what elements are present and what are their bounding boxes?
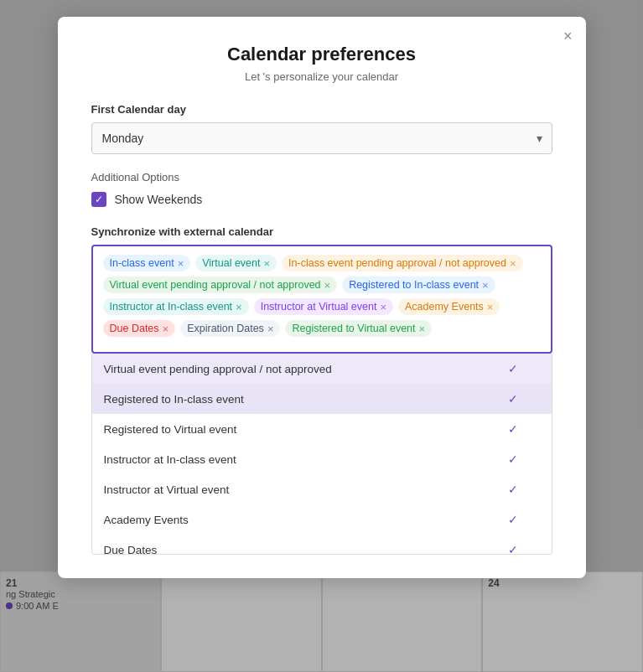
dropdown-item-registered-virtual-label: Registered to Virtual event bbox=[104, 423, 237, 436]
tag-virtual-pending[interactable]: Virtual event pending approval / not app… bbox=[103, 277, 338, 293]
tag-instructor-inclass-label: Instructor at In-class event bbox=[110, 301, 233, 313]
tag-in-class-event-label: In-class event bbox=[110, 257, 174, 269]
tag-due-dates-label: Due Dates bbox=[110, 323, 159, 334]
tag-due-dates-remove[interactable]: × bbox=[163, 323, 169, 334]
tag-registered-inclass[interactable]: Registered to In-class event × bbox=[342, 277, 495, 293]
dropdown-item-due-dates-label: Due Dates bbox=[104, 544, 158, 556]
tag-registered-virtual-remove[interactable]: × bbox=[419, 323, 426, 334]
show-weekends-row[interactable]: ✓ Show Weekends bbox=[91, 192, 552, 207]
sync-tags-container[interactable]: In-class event × Virtual event × In-clas… bbox=[91, 245, 552, 354]
show-weekends-label: Show Weekends bbox=[115, 193, 203, 206]
tag-instructor-virtual-label: Instructor at Virtual event bbox=[261, 301, 377, 313]
sync-label: Synchronize with external calendar bbox=[91, 225, 552, 238]
tag-registered-inclass-label: Registered to In-class event bbox=[349, 279, 479, 291]
tag-registered-virtual[interactable]: Registered to Virtual event × bbox=[285, 320, 432, 337]
tag-registered-virtual-label: Registered to Virtual event bbox=[292, 323, 415, 334]
tag-in-class-event[interactable]: In-class event × bbox=[103, 255, 191, 271]
tag-in-class-pending[interactable]: In-class event pending approval / not ap… bbox=[282, 255, 523, 271]
dropdown-check-academy-events: ✓ bbox=[508, 513, 518, 526]
modal-subtitle: Let 's personalize your calendar bbox=[91, 70, 552, 83]
tag-instructor-inclass[interactable]: Instructor at In-class event × bbox=[103, 298, 249, 315]
dropdown-item-due-dates[interactable]: Due Dates ✓ bbox=[92, 535, 552, 555]
dropdown-check-instructor-virtual: ✓ bbox=[508, 483, 518, 496]
tag-in-class-pending-remove[interactable]: × bbox=[510, 258, 516, 269]
tag-instructor-virtual-remove[interactable]: × bbox=[380, 302, 386, 313]
calendar-preferences-modal: × Calendar preferences Let 's personaliz… bbox=[58, 17, 586, 578]
tag-expiration-dates[interactable]: Expiration Dates × bbox=[180, 320, 280, 337]
dropdown-check-instructor-inclass: ✓ bbox=[508, 452, 518, 466]
dropdown-check-virtual-pending: ✓ bbox=[508, 362, 518, 375]
dropdown-item-instructor-inclass[interactable]: Instructor at In-class event ✓ bbox=[92, 444, 552, 474]
tag-virtual-event-remove[interactable]: × bbox=[263, 258, 270, 269]
modal-title: Calendar preferences bbox=[91, 44, 552, 65]
first-calendar-day-label: First Calendar day bbox=[91, 103, 552, 116]
tag-due-dates[interactable]: Due Dates × bbox=[103, 320, 176, 337]
modal-overlay: × Calendar preferences Let 's personaliz… bbox=[0, 0, 643, 672]
dropdown-item-registered-virtual[interactable]: Registered to Virtual event ✓ bbox=[92, 414, 552, 444]
dropdown-item-registered-inclass[interactable]: Registered to In-class event ✓ bbox=[92, 384, 552, 414]
dropdown-item-academy-events[interactable]: Academy Events ✓ bbox=[92, 504, 552, 535]
dropdown-item-academy-events-label: Academy Events bbox=[104, 514, 189, 526]
dropdown-item-instructor-virtual[interactable]: Instructor at Virtual event ✓ bbox=[92, 474, 552, 504]
show-weekends-checkbox[interactable]: ✓ bbox=[91, 192, 106, 207]
checkmark-icon: ✓ bbox=[95, 194, 103, 204]
close-button[interactable]: × bbox=[563, 28, 573, 44]
tag-instructor-virtual[interactable]: Instructor at Virtual event × bbox=[254, 298, 393, 315]
dropdown-check-registered-inclass: ✓ bbox=[508, 392, 518, 406]
tag-expiration-dates-remove[interactable]: × bbox=[267, 323, 274, 334]
tag-virtual-pending-remove[interactable]: × bbox=[324, 280, 331, 291]
tag-expiration-dates-label: Expiration Dates bbox=[187, 323, 264, 334]
dropdown-item-instructor-inclass-label: Instructor at In-class event bbox=[104, 453, 236, 466]
dropdown-check-due-dates: ✓ bbox=[508, 543, 518, 555]
dropdown-item-registered-inclass-label: Registered to In-class event bbox=[104, 393, 244, 406]
tag-virtual-pending-label: Virtual event pending approval / not app… bbox=[110, 279, 321, 291]
dropdown-check-registered-virtual: ✓ bbox=[508, 422, 518, 436]
tag-instructor-inclass-remove[interactable]: × bbox=[236, 302, 242, 313]
tag-in-class-event-remove[interactable]: × bbox=[178, 258, 184, 269]
dropdown-item-virtual-pending[interactable]: Virtual event pending approval / not app… bbox=[92, 354, 552, 384]
first-calendar-day-select[interactable]: Monday Sunday Tuesday Wednesday Thursday… bbox=[91, 122, 552, 154]
tag-academy-events[interactable]: Academy Events × bbox=[398, 298, 500, 315]
sync-dropdown-list[interactable]: Virtual event pending approval / not app… bbox=[91, 354, 552, 555]
tag-virtual-event[interactable]: Virtual event × bbox=[195, 255, 277, 271]
tag-academy-events-label: Academy Events bbox=[405, 301, 484, 313]
first-calendar-day-wrapper: Monday Sunday Tuesday Wednesday Thursday… bbox=[91, 122, 552, 154]
tag-academy-events-remove[interactable]: × bbox=[487, 302, 494, 313]
dropdown-item-instructor-virtual-label: Instructor at Virtual event bbox=[104, 483, 230, 496]
tag-in-class-pending-label: In-class event pending approval / not ap… bbox=[288, 257, 506, 269]
additional-options-label: Additional Options bbox=[91, 171, 552, 184]
tag-virtual-event-label: Virtual event bbox=[202, 257, 260, 269]
dropdown-item-virtual-pending-label: Virtual event pending approval / not app… bbox=[104, 363, 332, 375]
tag-registered-inclass-remove[interactable]: × bbox=[482, 280, 489, 291]
